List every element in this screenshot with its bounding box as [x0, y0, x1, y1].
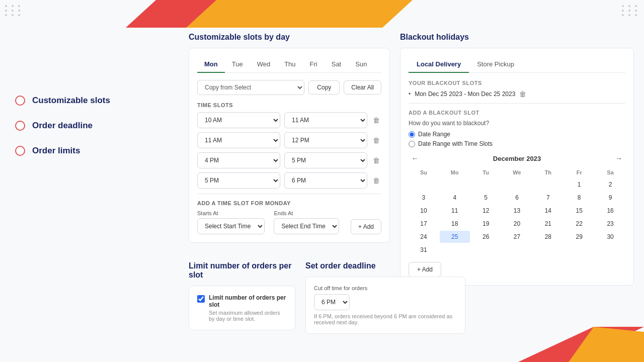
cal-day-empty — [409, 178, 439, 191]
slot-2-start-select[interactable]: 4 PM — [197, 152, 280, 168]
cal-day-17[interactable]: 17 — [409, 218, 439, 230]
cal-day-10[interactable]: 10 — [409, 205, 439, 217]
slot-2-delete-icon[interactable]: 🗑 — [371, 155, 381, 165]
cal-next-button[interactable]: → — [612, 153, 625, 163]
cal-day-13[interactable]: 13 — [502, 205, 532, 217]
start-time-select[interactable]: Select Start Time — [197, 218, 265, 234]
blackout-title: Blackout holidays — [400, 33, 634, 42]
cal-day-4[interactable]: 4 — [440, 192, 470, 204]
slot-3-delete-icon[interactable]: 🗑 — [371, 175, 381, 186]
nav-item-order-limits[interactable]: Order limits — [15, 146, 110, 156]
cal-day-23[interactable]: 23 — [595, 218, 625, 230]
nav-item-order-deadline[interactable]: Order deadline — [15, 121, 110, 131]
starts-at-label: Starts At — [197, 210, 269, 216]
cal-day-26[interactable]: 26 — [471, 231, 501, 243]
dow-tu: Tu — [471, 167, 501, 177]
slot-0-delete-icon[interactable]: 🗑 — [371, 115, 381, 125]
cal-day-11[interactable]: 11 — [440, 205, 470, 217]
slot-1-start-select[interactable]: 11 AM — [197, 132, 280, 148]
cal-day-5[interactable]: 5 — [471, 192, 501, 204]
cal-day-12[interactable]: 12 — [471, 205, 501, 217]
tab-thu[interactable]: Thu — [277, 56, 302, 73]
add-slot-title: ADD A TIME SLOT FOR MONDAY — [197, 200, 381, 206]
cal-day-1[interactable]: 1 — [564, 178, 594, 191]
cal-day-27[interactable]: 27 — [502, 231, 532, 243]
cal-day-19[interactable]: 19 — [471, 218, 501, 230]
add-slot-button[interactable]: + Add — [351, 219, 381, 234]
dow-we: We — [502, 167, 532, 177]
nav-label-customizable-slots: Customizable slots — [32, 96, 110, 106]
cal-day-6[interactable]: 6 — [502, 192, 532, 204]
cal-day-9[interactable]: 9 — [595, 192, 625, 204]
checkbox-row: Limit number of orders per slot Set maxi… — [197, 294, 287, 322]
copy-from-select[interactable]: Copy from Select — [197, 80, 304, 95]
nav-circle — [15, 121, 25, 131]
bottom-banner — [493, 327, 644, 362]
radio-date-range-time-label: Date Range with Time Slots — [418, 140, 493, 147]
cal-day-8[interactable]: 8 — [564, 192, 594, 204]
slot-3-start-select[interactable]: 5 PM — [197, 172, 280, 189]
clear-all-button[interactable]: Clear All — [344, 80, 381, 95]
cal-day-22[interactable]: 22 — [564, 218, 594, 230]
radio-date-range-input[interactable] — [409, 131, 415, 138]
blackout-card: Local Delivery Store Pickup YOUR BLACKOU… — [400, 48, 634, 286]
cal-day-24[interactable]: 24 — [409, 231, 439, 243]
slot-0-delete-icon[interactable]: 🗑 — [519, 90, 526, 98]
cal-day-29[interactable]: 29 — [564, 231, 594, 243]
time-slot-row-2: 4 PM 5 PM 🗑 — [197, 152, 381, 168]
cal-grid: Su Mo Tu We Th Fr Sa 1 2 — [409, 167, 625, 256]
slot-1-end-select[interactable]: 12 PM — [284, 132, 367, 148]
nav-item-customizable-slots[interactable]: Customizable slots — [15, 96, 110, 106]
cal-prev-button[interactable]: ← — [409, 153, 422, 163]
cal-day-20[interactable]: 20 — [502, 218, 532, 230]
tab-store-pickup[interactable]: Store Pickup — [469, 56, 522, 73]
add-blackout-section: ADD A BLACKOUT SLOT How do you want to b… — [409, 103, 625, 277]
cal-month-label: December 2023 — [493, 155, 541, 162]
blackout-slot-0: • Mon Dec 25 2023 - Mon Dec 25 2023 🗑 — [409, 90, 625, 98]
cal-day-empty — [471, 244, 501, 256]
cal-day-3[interactable]: 3 — [409, 192, 439, 204]
tab-sat[interactable]: Sat — [325, 56, 349, 73]
slot-3-end-select[interactable]: 6 PM — [284, 172, 367, 189]
cal-day-30[interactable]: 30 — [595, 231, 625, 243]
decorative-dots-tl — [5, 5, 22, 16]
limit-orders-checkbox[interactable] — [197, 295, 205, 303]
cal-day-7[interactable]: 7 — [533, 192, 563, 204]
tab-sun[interactable]: Sun — [348, 56, 374, 73]
end-time-select[interactable]: Select End Time — [274, 218, 339, 234]
slot-1-delete-icon[interactable]: 🗑 — [371, 135, 381, 145]
copy-button[interactable]: Copy — [308, 80, 340, 95]
nav-circle — [15, 96, 25, 106]
cal-day-21[interactable]: 21 — [533, 218, 563, 230]
tab-local-delivery[interactable]: Local Delivery — [409, 56, 469, 73]
slot-0-start-select[interactable]: 10 AM — [197, 112, 280, 128]
tab-tue[interactable]: Tue — [225, 56, 250, 73]
dow-mo: Mo — [440, 167, 470, 177]
slot-2-end-select[interactable]: 5 PM — [284, 152, 367, 168]
slot-bullet: • — [409, 90, 411, 98]
radio-date-range: Date Range — [409, 131, 625, 138]
dow-fr: Fr — [564, 167, 594, 177]
checkbox-desc: Set maximum allowed orders by day or tim… — [209, 310, 287, 322]
cal-day-18[interactable]: 18 — [440, 218, 470, 230]
tab-fri[interactable]: Fri — [303, 56, 325, 73]
cutoff-label: Cut off time for orders — [314, 285, 457, 291]
radio-date-range-time-input[interactable] — [409, 141, 415, 147]
cal-day-2[interactable]: 2 — [595, 178, 625, 191]
slot-0-end-select[interactable]: 11 AM — [284, 112, 367, 128]
blackout-panel: Blackout holidays Local Delivery Store P… — [400, 33, 634, 286]
tab-mon[interactable]: Mon — [197, 56, 225, 73]
blackout-question: How do you want to blackout? — [409, 120, 625, 127]
cal-day-14[interactable]: 14 — [533, 205, 563, 217]
tab-wed[interactable]: Wed — [250, 56, 278, 73]
cutoff-select[interactable]: 6 PM — [314, 294, 350, 310]
blackout-tabs: Local Delivery Store Pickup — [409, 56, 625, 73]
cal-day-16[interactable]: 16 — [595, 205, 625, 217]
decorative-dots-tr — [622, 5, 639, 16]
cal-day-28[interactable]: 28 — [533, 231, 563, 243]
cal-day-25[interactable]: 25 — [440, 231, 470, 243]
slots-card: Mon Tue Wed Thu Fri Sat Sun Copy from Se… — [189, 48, 390, 243]
cal-day-15[interactable]: 15 — [564, 205, 594, 217]
cal-day-empty — [533, 178, 563, 191]
cal-day-31[interactable]: 31 — [409, 244, 439, 256]
